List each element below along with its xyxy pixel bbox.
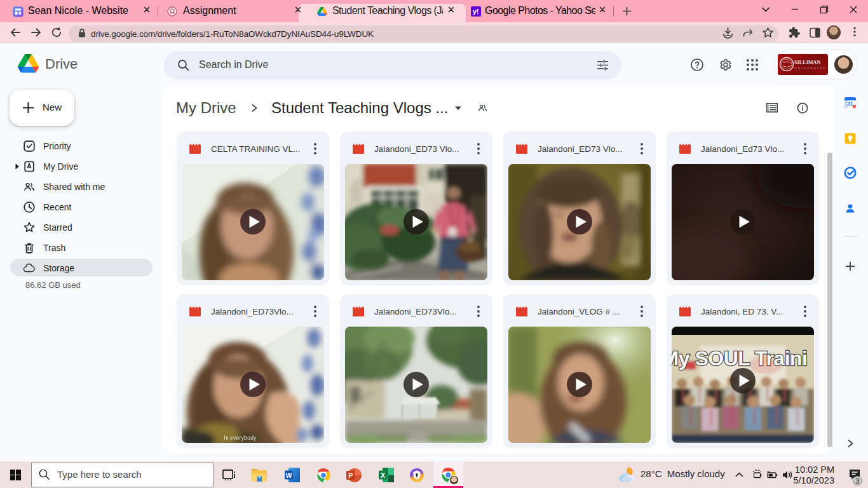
svg-text:X: X [381,471,385,479]
svg-text:W: W [286,471,292,479]
svg-text:My SOUL Traini: My SOUL Traini [672,347,807,370]
svg-text:31: 31 [847,100,853,107]
svg-text:U N I V E R S I T Y: U N I V E R S I T Y [794,67,825,70]
svg-text:SILLIMAN: SILLIMAN [794,60,820,65]
svg-text:P: P [348,471,353,479]
svg-text:hi everybody: hi everybody [224,435,257,441]
svg-text:y!: y! [473,8,479,15]
